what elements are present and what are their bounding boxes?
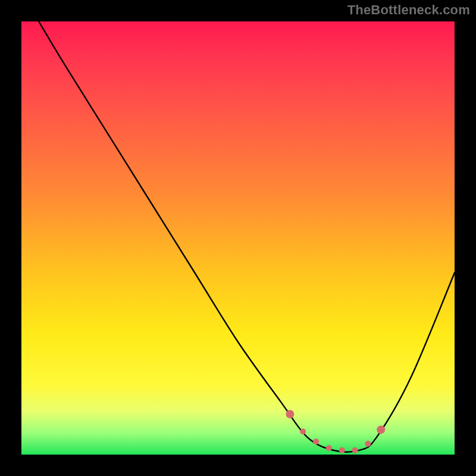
chart-frame: TheBottleneck.com [0, 0, 476, 476]
curve-marker [365, 441, 371, 447]
curve-marker [300, 428, 306, 434]
curve-marker [313, 439, 319, 444]
curve-marker [377, 425, 385, 434]
plot-area [21, 21, 455, 455]
bottleneck-curve-path [39, 21, 455, 452]
watermark-text: TheBottleneck.com [347, 2, 470, 18]
curve-marker [326, 445, 332, 451]
curve-marker [286, 410, 294, 418]
marker-group [286, 410, 385, 453]
curve-layer [21, 21, 455, 455]
curve-marker [339, 447, 345, 453]
curve-marker [352, 447, 358, 453]
